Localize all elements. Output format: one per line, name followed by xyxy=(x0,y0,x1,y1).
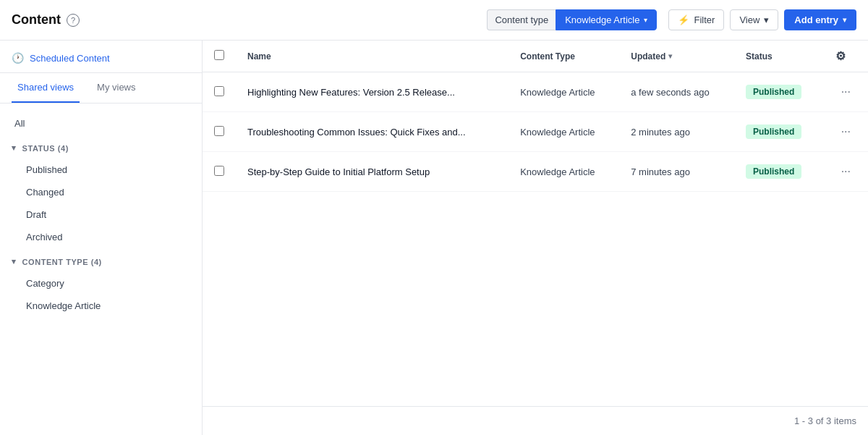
status-badge: Published xyxy=(746,164,801,179)
row-checkbox-cell xyxy=(203,112,236,152)
more-options-button[interactable]: ··· xyxy=(835,83,856,101)
scheduled-content-link[interactable]: 🕐 Scheduled Content xyxy=(0,41,202,73)
table-container: Name Content Type Updated ▾ xyxy=(203,41,868,406)
more-options-button[interactable]: ··· xyxy=(835,122,856,141)
row-actions-cell: ··· xyxy=(824,112,868,152)
status-badge: Published xyxy=(746,85,801,99)
row-name-cell: Highlighting New Features: Version 2.5 R… xyxy=(236,72,509,112)
status-column-header: Status xyxy=(734,41,824,72)
sidebar-item-all[interactable]: All xyxy=(0,112,202,135)
updated-column-header[interactable]: Updated ▾ xyxy=(619,41,734,72)
pagination-text: 1 - 3 of 3 items xyxy=(794,415,856,426)
chevron-down-icon: ▾ xyxy=(843,16,846,24)
row-content-type-cell: Knowledge Article xyxy=(509,112,619,152)
status-badge: Published xyxy=(746,124,801,139)
sidebar-item-changed[interactable]: Changed xyxy=(0,181,202,203)
sidebar-item-draft[interactable]: Draft xyxy=(0,203,202,226)
row-checkbox-cell xyxy=(203,72,236,112)
content-area: Name Content Type Updated ▾ xyxy=(203,41,868,435)
table-row: Troubleshooting Common Issues: Quick Fix… xyxy=(203,112,868,152)
status-section-header[interactable]: ▾ STATUS (4) xyxy=(0,138,202,159)
status-section-label: STATUS (4) xyxy=(22,144,69,153)
view-button[interactable]: View ▾ xyxy=(730,9,778,30)
row-checkbox[interactable] xyxy=(214,126,224,136)
sidebar-item-knowledge-article[interactable]: Knowledge Article xyxy=(0,295,202,317)
row-status-cell: Published xyxy=(734,152,824,192)
content-type-label: Content type xyxy=(487,9,556,30)
row-updated-cell: 2 minutes ago xyxy=(619,112,734,152)
entry-name[interactable]: Troubleshooting Common Issues: Quick Fix… xyxy=(247,127,497,138)
actions-column-header: ⚙ xyxy=(824,41,868,72)
page-title: Content xyxy=(12,12,61,28)
row-checkbox[interactable] xyxy=(214,86,224,96)
content-type-column-header: Content Type xyxy=(509,41,619,72)
gear-icon[interactable]: ⚙ xyxy=(835,50,846,62)
name-column-header: Name xyxy=(236,41,509,72)
content-type-section-header[interactable]: ▾ CONTENT TYPE (4) xyxy=(0,251,202,272)
row-status-cell: Published xyxy=(734,72,824,112)
row-updated-cell: a few seconds ago xyxy=(619,72,734,112)
row-updated-cell: 7 minutes ago xyxy=(619,152,734,192)
row-checkbox[interactable] xyxy=(214,166,224,176)
content-type-section-label: CONTENT TYPE (4) xyxy=(22,258,102,266)
sidebar-item-archived[interactable]: Archived xyxy=(0,226,202,248)
chevron-down-icon: ▾ xyxy=(12,143,17,153)
chevron-down-icon: ▾ xyxy=(764,14,769,25)
content-type-section: ▾ CONTENT TYPE (4) Category Knowledge Ar… xyxy=(0,251,202,317)
chevron-down-icon: ▾ xyxy=(644,16,647,24)
filter-button[interactable]: ⚡ Filter xyxy=(668,9,724,30)
row-actions-cell: ··· xyxy=(824,152,868,192)
sort-icon: ▾ xyxy=(668,52,672,60)
sidebar-nav: All ▾ STATUS (4) Published Changed Draft xyxy=(0,104,202,326)
clock-icon: 🕐 xyxy=(12,52,24,64)
sidebar-item-category[interactable]: Category xyxy=(0,272,202,295)
table-row: Step-by-Step Guide to Initial Platform S… xyxy=(203,152,868,192)
content-type-select[interactable]: Knowledge Article ▾ xyxy=(556,9,657,30)
filter-label: Filter xyxy=(694,14,715,25)
chevron-down-icon: ▾ xyxy=(12,257,17,266)
row-checkbox-cell xyxy=(203,152,236,192)
add-entry-button[interactable]: Add entry ▾ xyxy=(784,9,856,30)
row-name-cell: Step-by-Step Guide to Initial Platform S… xyxy=(236,152,509,192)
filter-icon: ⚡ xyxy=(678,14,689,25)
add-entry-label: Add entry xyxy=(794,14,838,25)
status-section: ▾ STATUS (4) Published Changed Draft Arc… xyxy=(0,138,202,248)
view-label: View xyxy=(739,14,760,25)
select-all-checkbox[interactable] xyxy=(214,50,224,60)
row-status-cell: Published xyxy=(734,112,824,152)
help-icon[interactable]: ? xyxy=(67,14,80,27)
sidebar: 🕐 Scheduled Content Shared views My view… xyxy=(0,41,203,435)
sidebar-item-published[interactable]: Published xyxy=(0,159,202,181)
content-type-value: Knowledge Article xyxy=(565,14,639,25)
more-options-button[interactable]: ··· xyxy=(835,162,856,181)
entry-name[interactable]: Highlighting New Features: Version 2.5 R… xyxy=(247,87,497,98)
pagination: 1 - 3 of 3 items xyxy=(203,406,868,435)
row-content-type-cell: Knowledge Article xyxy=(509,152,619,192)
sidebar-tabs: Shared views My views xyxy=(0,73,202,104)
row-content-type-cell: Knowledge Article xyxy=(509,72,619,112)
entry-name[interactable]: Step-by-Step Guide to Initial Platform S… xyxy=(247,166,497,177)
table-row: Highlighting New Features: Version 2.5 R… xyxy=(203,72,868,112)
entries-table: Name Content Type Updated ▾ xyxy=(203,41,868,192)
row-name-cell: Troubleshooting Common Issues: Quick Fix… xyxy=(236,112,509,152)
tab-shared-views[interactable]: Shared views xyxy=(12,73,80,103)
scheduled-content-label: Scheduled Content xyxy=(30,53,110,64)
select-all-column xyxy=(203,41,236,72)
row-actions-cell: ··· xyxy=(824,72,868,112)
tab-my-views[interactable]: My views xyxy=(91,73,141,103)
